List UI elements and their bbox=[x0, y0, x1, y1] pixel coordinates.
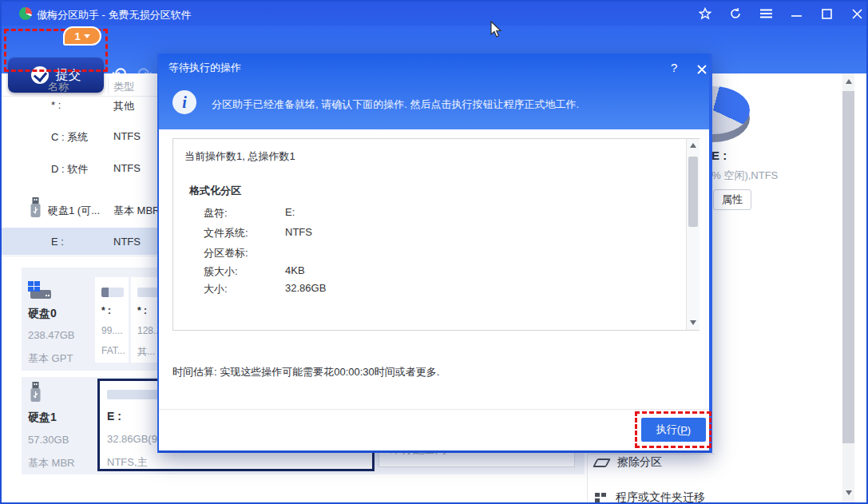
panel-left-border bbox=[587, 454, 588, 504]
dialog-close-icon[interactable] bbox=[697, 63, 707, 77]
info-icon: i bbox=[172, 90, 196, 114]
volume-row-type: NTFS bbox=[113, 162, 141, 174]
panel-scrollbar-thumb[interactable] bbox=[842, 91, 854, 443]
disk-size: 238.47GB bbox=[28, 329, 75, 341]
dialog-scrollbar-thumb[interactable] bbox=[688, 157, 698, 227]
partition-block[interactable]: * : 99.... FAT... bbox=[95, 277, 129, 363]
operations-list: 当前操作数1, 总操作数1 格式化分区 盘符: E: 文件系统: NTFS 分区… bbox=[172, 138, 700, 331]
app-logo-icon bbox=[19, 7, 32, 20]
eraser-icon bbox=[593, 458, 611, 467]
detail-value: NTFS bbox=[285, 226, 312, 238]
chevron-down-icon bbox=[84, 34, 90, 38]
title-bar: 傲梅分区助手 - 免费无损分区软件 bbox=[2, 2, 866, 26]
panel-section-divider bbox=[587, 454, 715, 454]
footer-divider bbox=[159, 409, 709, 410]
window-title: 傲梅分区助手 - 免费无损分区软件 bbox=[37, 8, 192, 22]
column-divider bbox=[108, 77, 109, 94]
close-icon[interactable] bbox=[847, 6, 866, 22]
dialog-info-text: 分区助手已经准备就绪, 请确认下面的操作. 然后点击执行按钮让程序正式地工作. bbox=[212, 97, 579, 112]
header-divider bbox=[2, 96, 157, 97]
scroll-down-icon[interactable] bbox=[687, 318, 700, 327]
dialog-header: 等待执行的操作 ? i 分区助手已经准备就绪, 请确认下面的操作. 然后点击执行… bbox=[159, 54, 709, 129]
pending-count: 1 bbox=[74, 30, 80, 42]
execute-highlight-annotation bbox=[635, 411, 711, 448]
column-header-type[interactable]: 类型 bbox=[113, 80, 134, 94]
menu-item-wipe-partition[interactable]: 擦除分区 bbox=[595, 455, 662, 470]
detail-value: 4KB bbox=[285, 264, 305, 276]
disk-name[interactable]: 硬盘1 bbox=[28, 411, 57, 425]
app-window: 傲梅分区助手 - 免费无损分区软件 提交 ↶ ↷ bbox=[0, 0, 868, 504]
volume-row-name[interactable]: D : 软件 bbox=[51, 162, 88, 177]
scroll-up-icon[interactable] bbox=[842, 75, 854, 88]
partition-fs: 其... bbox=[137, 345, 155, 359]
partition-fs: FAT... bbox=[101, 345, 125, 356]
favorite-star-icon[interactable] bbox=[696, 6, 715, 22]
volume-row-type: 基本 MBR bbox=[113, 204, 161, 218]
dialog-help-icon[interactable]: ? bbox=[671, 61, 677, 74]
panel-partition-info: 9% 空闲),NTFS bbox=[706, 169, 778, 183]
menu-item-app-migrate[interactable]: 程序或文件夹迁移 bbox=[595, 490, 705, 504]
volume-row-name[interactable]: * : bbox=[51, 99, 61, 111]
partition-size: 32.86GB(99 bbox=[107, 433, 163, 445]
maximize-icon[interactable] bbox=[817, 6, 836, 22]
menu-item-label: 程序或文件夹迁移 bbox=[616, 490, 705, 504]
volume-row-type: NTFS bbox=[113, 236, 141, 248]
disk-icon bbox=[28, 281, 52, 300]
volume-row-name[interactable]: 硬盘1 (可... bbox=[48, 204, 100, 218]
disk-style: 基本 GPT bbox=[28, 351, 73, 366]
properties-button[interactable]: 属性 bbox=[713, 189, 751, 210]
disk-style: 基本 MBR bbox=[28, 456, 75, 470]
volume-row-type: NTFS bbox=[113, 130, 141, 142]
partition-size: 99.... bbox=[101, 325, 123, 336]
scroll-down-icon[interactable] bbox=[842, 486, 854, 499]
disk-size: 57.30GB bbox=[28, 434, 69, 446]
scroll-up-icon[interactable] bbox=[687, 141, 700, 150]
operations-summary: 当前操作数1, 总操作数1 bbox=[184, 149, 295, 164]
detail-value: E: bbox=[285, 206, 295, 218]
partition-label: E : bbox=[107, 410, 121, 423]
mouse-cursor bbox=[490, 21, 503, 42]
app-migrate-icon bbox=[595, 493, 607, 503]
detail-value: 32.86GB bbox=[285, 282, 326, 294]
refresh-icon[interactable] bbox=[726, 6, 745, 22]
volume-row-name[interactable]: C : 系统 bbox=[51, 130, 88, 145]
minimize-icon[interactable] bbox=[787, 6, 806, 22]
pending-operations-dialog: 等待执行的操作 ? i 分区助手已经准备就绪, 请确认下面的操作. 然后点击执行… bbox=[157, 54, 712, 453]
partition-label: * : bbox=[101, 305, 111, 316]
partition-fs: NTFS,主 bbox=[107, 455, 148, 470]
partition-label: * : bbox=[137, 305, 147, 316]
redo-icon: ↷ bbox=[137, 64, 152, 85]
usb-icon bbox=[30, 197, 41, 218]
properties-button-label: 属性 bbox=[722, 192, 743, 207]
pending-count-badge[interactable]: 1 bbox=[63, 26, 101, 46]
row-divider bbox=[2, 256, 157, 256]
volume-row-type: 其他 bbox=[113, 99, 134, 113]
disk-name[interactable]: 硬盘0 bbox=[28, 307, 57, 321]
menu-item-label: 擦除分区 bbox=[617, 455, 662, 470]
panel-partition-label: E : bbox=[711, 149, 727, 162]
column-header-name[interactable]: 名称 bbox=[48, 80, 69, 94]
usb-icon bbox=[30, 382, 41, 403]
usage-bar bbox=[101, 288, 124, 297]
detail-label: 簇大小: bbox=[204, 264, 238, 279]
detail-label: 分区卷标: bbox=[204, 246, 248, 260]
volume-row-name[interactable]: E : bbox=[51, 236, 64, 248]
detail-label: 大小: bbox=[204, 282, 228, 296]
dialog-scrollbar[interactable] bbox=[686, 139, 700, 330]
time-estimate: 时间估算: 实现这些操作可能需要花00:00:30时间或者更多. bbox=[172, 365, 439, 379]
detail-label: 文件系统: bbox=[204, 226, 248, 240]
operation-title: 格式化分区 bbox=[189, 184, 241, 198]
dialog-title: 等待执行的操作 bbox=[168, 61, 241, 75]
menu-icon[interactable] bbox=[756, 6, 775, 22]
detail-label: 盘符: bbox=[204, 206, 228, 220]
